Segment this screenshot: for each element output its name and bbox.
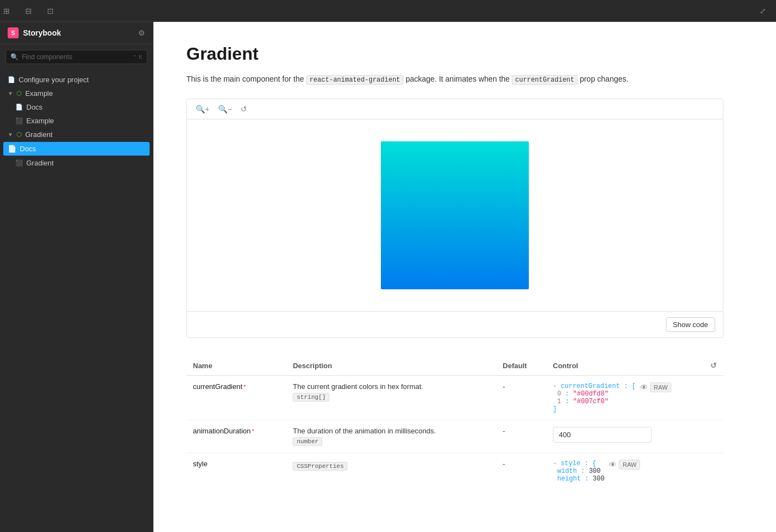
sidebar-item-example-docs[interactable]: 📄 Docs (0, 100, 153, 114)
prop-name-code: currentGradient (512, 75, 578, 85)
prop-default-cell: - (496, 453, 546, 490)
table-row: style CSSProperties - - style : { width … (186, 453, 723, 490)
story-icon: ⬛ (15, 159, 23, 167)
sidebar-item-gradient-docs[interactable]: 📄 Docs (3, 142, 150, 156)
story-icon: ⬛ (15, 117, 23, 124)
sidebar: S Storybook ⚙ 🔍 ⌃K 📄 Configure your proj… (0, 22, 153, 532)
content-area: Gradient This is the main component for … (153, 22, 776, 532)
raw-badge[interactable]: RAW (650, 382, 671, 392)
chevron-down-icon: ▼ (8, 90, 13, 96)
prop-control-cell: - style : { width : 300 height : 300 👁 R… (546, 453, 723, 490)
col-header-default: Default (496, 356, 546, 376)
doc-icon: 📄 (8, 145, 16, 153)
table-row: animationDuration* The duration of the a… (186, 420, 723, 453)
sidebar-item-label: Docs (26, 103, 43, 111)
sidebar-item-label: Gradient (26, 159, 54, 167)
sidebar-item-gradient-group[interactable]: ▼ ⬡ Gradient (0, 128, 153, 141)
main-layout: S Storybook ⚙ 🔍 ⌃K 📄 Configure your proj… (0, 22, 776, 532)
col-header-description: Description (286, 356, 496, 376)
component-icon: ⬡ (16, 90, 22, 97)
sidebar-item-label: Gradient (25, 130, 53, 139)
prop-control-cell: - currentGradient : [ 0 : "#00dfd8" 1 : … (546, 376, 723, 420)
search-icon: 🔍 (10, 53, 19, 61)
prop-default-cell: - (496, 376, 546, 420)
sidebar-item-label: Configure your project (19, 76, 89, 84)
sidebar-item-example-story[interactable]: ⬛ Example (0, 114, 153, 128)
component-icon: ⬡ (16, 131, 22, 138)
resize-icon[interactable]: ⤢ (756, 4, 769, 18)
eye-icon[interactable]: 👁 (609, 460, 617, 469)
preview-box: 🔍+ 🔍− ↺ Show code (186, 99, 723, 338)
grid-2x2-icon[interactable]: ⊞ (0, 4, 13, 18)
animation-duration-input[interactable] (553, 427, 652, 443)
package-name-code: react-animated-gradient (306, 75, 404, 85)
prop-description-cell: The duration of the animation in millise… (286, 420, 496, 453)
top-bar: ⊞ ⊟ ⊡ ⤢ (0, 0, 776, 22)
prop-name-cell: currentGradient* (186, 376, 286, 420)
props-table: Name Description Default Control ↺ (186, 356, 723, 489)
sidebar-item-gradient-story[interactable]: ⬛ Gradient (0, 156, 153, 170)
col-header-control: Control ↺ (546, 356, 723, 376)
preview-toolbar: 🔍+ 🔍− ↺ (187, 99, 723, 119)
zoom-reset-button[interactable]: ↺ (238, 104, 249, 115)
prop-description-cell: CSSProperties (286, 453, 496, 490)
doc-icon: 📄 (15, 104, 23, 111)
sidebar-nav: 📄 Configure your project ▼ ⬡ Example 📄 D… (0, 70, 153, 532)
layout-icon[interactable]: ⊡ (44, 4, 57, 18)
search-shortcut: ⌃K (133, 54, 142, 60)
grid-3x3-icon[interactable]: ⊟ (22, 4, 35, 18)
prop-name-cell: animationDuration* (186, 420, 286, 453)
prop-control-cell (546, 420, 723, 453)
col-header-name: Name (186, 356, 286, 376)
doc-icon: 📄 (8, 76, 15, 83)
preview-content (187, 119, 723, 311)
sidebar-header: S Storybook ⚙ (0, 22, 153, 44)
reset-all-icon[interactable]: ↺ (710, 361, 717, 370)
search-input[interactable] (22, 53, 129, 61)
sidebar-title: Storybook (23, 28, 138, 37)
sidebar-item-configure[interactable]: 📄 Configure your project (0, 73, 153, 87)
page-description: This is the main component for the react… (186, 73, 723, 85)
sidebar-item-label: Docs (20, 145, 36, 153)
sidebar-item-label: Example (25, 89, 53, 98)
zoom-in-button[interactable]: 🔍+ (193, 104, 212, 115)
zoom-out-button[interactable]: 🔍− (216, 104, 234, 115)
prop-default-cell: - (496, 420, 546, 453)
show-code-button[interactable]: Show code (666, 317, 715, 332)
page-title: Gradient (186, 44, 723, 64)
chevron-down-icon: ▼ (8, 131, 13, 138)
prop-description-cell: The current gradient colors in hex forma… (286, 376, 496, 420)
eye-icon[interactable]: 👁 (640, 383, 648, 392)
sidebar-item-label: Example (26, 117, 54, 125)
search-box: 🔍 ⌃K (5, 50, 147, 64)
gear-icon[interactable]: ⚙ (138, 28, 145, 37)
raw-badge[interactable]: RAW (619, 460, 640, 470)
preview-footer: Show code (187, 311, 723, 337)
gradient-preview (381, 141, 529, 289)
prop-name-cell: style (186, 453, 286, 490)
table-row: currentGradient* The current gradient co… (186, 376, 723, 420)
logo: S (8, 27, 19, 38)
sidebar-item-example-group[interactable]: ▼ ⬡ Example (0, 87, 153, 100)
